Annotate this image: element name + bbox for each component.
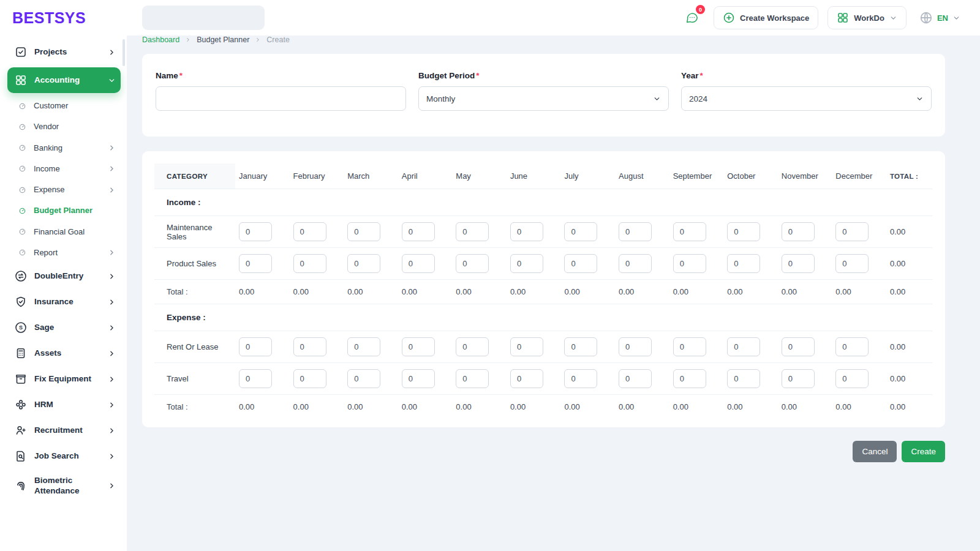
sidebar-item-job-search[interactable]: Job Search [7,443,121,469]
input-rent-or-lease-september[interactable] [673,337,706,356]
input-maintenance-sales-september[interactable] [673,222,706,241]
create-button[interactable]: Create [902,441,945,462]
sidebar-item-vendor[interactable]: Vendor [7,116,121,137]
cancel-button[interactable]: Cancel [853,441,897,462]
input-product-sales-may[interactable] [456,254,489,273]
input-product-sales-july[interactable] [564,254,597,273]
sidebar-item-income[interactable]: Income [7,159,121,179]
sidebar-item-financial-goal[interactable]: Financial Goal [7,222,121,242]
input-rent-or-lease-august[interactable] [619,337,652,356]
input-maintenance-sales-march[interactable] [347,222,380,241]
input-product-sales-june[interactable] [510,254,543,273]
section-grand-total: 0.00 [886,395,933,419]
sidebar-item-biometric-attendance[interactable]: Biometric Attendance [7,469,121,503]
input-maintenance-sales-january[interactable] [239,222,272,241]
input-product-sales-april[interactable] [402,254,435,273]
input-travel-august[interactable] [619,369,652,388]
input-rent-or-lease-march[interactable] [347,337,380,356]
input-product-sales-october[interactable] [727,254,760,273]
input-travel-october[interactable] [727,369,760,388]
chevron-right-icon [108,48,116,56]
budget-period-select[interactable]: Monthly [418,86,669,111]
chevron-right-icon [108,186,116,194]
month-total-september: 0.00 [669,280,724,304]
grid-icon [837,12,849,24]
sidebar-item-budget-planner[interactable]: Budget Planner [7,200,121,221]
cell-rent-or-lease-may [452,331,507,363]
chevron-down-icon [952,14,960,22]
input-maintenance-sales-july[interactable] [564,222,597,241]
gauge-icon [18,165,26,173]
input-maintenance-sales-november[interactable] [782,222,815,241]
doc-search-icon [15,450,27,462]
sidebar-item-recruitment[interactable]: Recruitment [7,418,121,443]
sidebar-item-expense[interactable]: Expense [7,179,121,200]
input-rent-or-lease-may[interactable] [456,337,489,356]
input-rent-or-lease-july[interactable] [564,337,597,356]
input-rent-or-lease-april[interactable] [402,337,435,356]
sidebar-item-fix-equipment[interactable]: Fix Equipment [7,366,121,392]
input-maintenance-sales-june[interactable] [510,222,543,241]
input-product-sales-february[interactable] [293,254,326,273]
input-travel-january[interactable] [239,369,272,388]
input-travel-july[interactable] [564,369,597,388]
chat-button[interactable]: 0 [680,6,704,30]
input-product-sales-december[interactable] [835,254,869,273]
input-maintenance-sales-february[interactable] [293,222,326,241]
input-maintenance-sales-april[interactable] [402,222,435,241]
input-travel-december[interactable] [835,369,869,388]
sidebar-item-sage[interactable]: SSage [7,315,121,340]
grid-icon [15,74,27,86]
sidebar-item-projects[interactable]: Projects [7,39,121,65]
sidebar-item-banking[interactable]: Banking [7,138,121,159]
sidebar-item-report[interactable]: Report [7,242,121,263]
language-selector[interactable]: EN [916,10,964,25]
budget-period-value: Monthly [426,94,455,103]
input-rent-or-lease-january[interactable] [239,337,272,356]
input-product-sales-november[interactable] [782,254,815,273]
sidebar-item-accounting[interactable]: Accounting [7,67,121,93]
input-rent-or-lease-february[interactable] [293,337,326,356]
input-travel-march[interactable] [347,369,380,388]
sidebar-scrollbar[interactable] [123,39,125,66]
sidebar-item-hrm[interactable]: HRM [7,392,121,418]
cell-product-sales-april [398,248,453,280]
cell-product-sales-july [560,248,615,280]
workdo-button[interactable]: WorkDo [827,6,907,29]
input-travel-september[interactable] [673,369,706,388]
cell-rent-or-lease-april [398,331,453,363]
cell-rent-or-lease-february [290,331,344,363]
sidebar-item-customer[interactable]: Customer [7,96,121,116]
chevron-right-icon [108,324,116,332]
input-travel-november[interactable] [782,369,815,388]
year-select[interactable]: 2024 [681,86,932,111]
input-travel-may[interactable] [456,369,489,388]
row-total-maintenance-sales: 0.00 [886,216,933,248]
input-product-sales-march[interactable] [347,254,380,273]
sidebar-item-assets[interactable]: Assets [7,340,121,366]
input-travel-february[interactable] [293,369,326,388]
input-rent-or-lease-december[interactable] [835,337,869,356]
sidebar-item-doubleentry[interactable]: DoubleEntry [7,263,121,289]
input-rent-or-lease-november[interactable] [782,337,815,356]
input-maintenance-sales-may[interactable] [456,222,489,241]
input-maintenance-sales-august[interactable] [619,222,652,241]
cell-product-sales-december [832,248,886,280]
sidebar: ProjectsAccountingCustomerVendorBankingI… [0,36,127,551]
input-rent-or-lease-june[interactable] [510,337,543,356]
breadcrumb-item-dashboard[interactable]: Dashboard [142,36,179,44]
input-product-sales-august[interactable] [619,254,652,273]
input-product-sales-september[interactable] [673,254,706,273]
input-travel-june[interactable] [510,369,543,388]
input-maintenance-sales-december[interactable] [835,222,869,241]
input-product-sales-january[interactable] [239,254,272,273]
cell-product-sales-january [235,248,290,280]
name-input[interactable] [156,86,406,111]
topbar-actions: 0 Create Workspace WorkDo EN [680,6,964,30]
topbar-search-area [142,6,265,30]
input-maintenance-sales-october[interactable] [727,222,760,241]
sidebar-item-insurance[interactable]: Insurance [7,289,121,315]
create-workspace-button[interactable]: Create Workspace [714,6,818,29]
input-rent-or-lease-october[interactable] [727,337,760,356]
input-travel-april[interactable] [402,369,435,388]
